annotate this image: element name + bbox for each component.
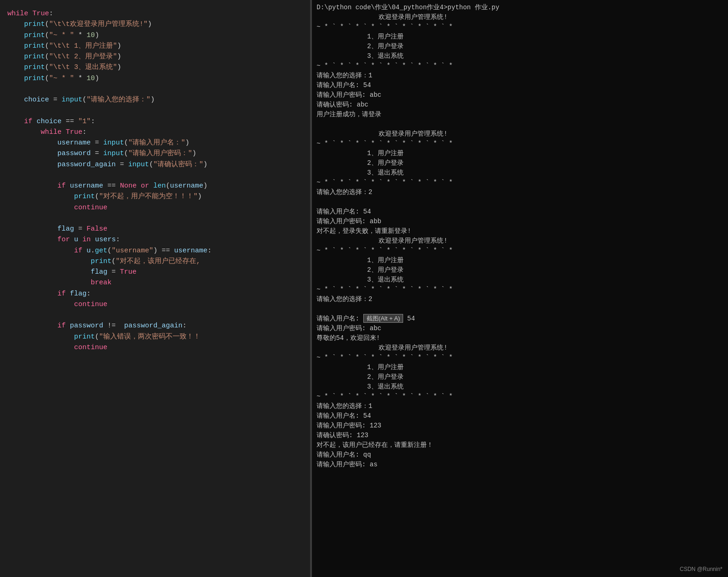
terminal-output: 2、用户登录 <box>317 42 723 51</box>
terminal-output: ~ * ` * ` * ` * ` * ` * ` * ` * ` * <box>317 139 723 149</box>
terminal-blank <box>317 304 723 314</box>
terminal-output: 请输入您的选择：1 <box>317 71 723 81</box>
code-content: while True: print("\t\t欢迎登录用户管理系统!") pri… <box>0 5 310 357</box>
terminal-output: ~ * ` * ` * ` * ` * ` * ` * ` * ` * <box>317 178 723 188</box>
terminal-output: 3、退出系统 <box>317 382 723 392</box>
terminal-output: 请输入用户名: 54 <box>317 207 723 217</box>
screenshot-tooltip: 截图(Alt + A) <box>363 314 404 323</box>
terminal-output: 请输入您的选择：2 <box>317 188 723 197</box>
terminal-output: 请输入用户名: 截图(Alt + A) 54 <box>317 314 415 324</box>
terminal-output: 请输入用户名: 54 <box>317 81 723 90</box>
code-editor: while True: print("\t\t欢迎登录用户管理系统!") pri… <box>0 0 310 577</box>
terminal-output: ~ * ` * ` * ` * ` * ` * ` * ` * ` * <box>317 22 723 32</box>
terminal-output: 1、用户注册 <box>317 363 723 372</box>
terminal-output: 请输入用户密码: abb <box>317 217 723 226</box>
terminal-output: 请输入用户名: qq <box>317 450 723 460</box>
terminal-title: D:\python code\作业\04_python作业4>python 作业… <box>317 3 723 13</box>
terminal-output: 欢迎登录用户管理系统! <box>317 129 723 139</box>
terminal-output: 用户注册成功，请登录 <box>317 110 723 119</box>
terminal-output: 2、用户登录 <box>317 372 723 382</box>
terminal-output: 1、用户注册 <box>317 149 723 158</box>
terminal-output: 欢迎登录用户管理系统! <box>317 13 723 22</box>
terminal-output: 3、退出系统 <box>317 51 723 61</box>
terminal-output: 欢迎登录用户管理系统! <box>317 236 723 246</box>
terminal-panel: D:\python code\作业\04_python作业4>python 作业… <box>312 0 728 577</box>
terminal-output: 请确认密码: abc <box>317 100 723 110</box>
terminal-output: 1、用户注册 <box>317 32 723 42</box>
terminal-output: 对不起，登录失败，请重新登录! <box>317 226 723 236</box>
terminal-output: 请输入用户密码: as <box>317 460 723 470</box>
terminal-output: ~ * ` * ` * ` * ` * ` * ` * ` * ` * <box>317 353 723 363</box>
terminal-output: 请输入用户密码: abc <box>317 90 723 100</box>
terminal-output: ~ * ` * ` * ` * ` * ` * ` * ` * ` * <box>317 61 723 71</box>
terminal-output: 3、退出系统 <box>317 275 723 285</box>
terminal-blank <box>317 197 723 207</box>
terminal-blank <box>317 119 723 129</box>
terminal-output: ~ * ` * ` * ` * ` * ` * ` * ` * ` * <box>317 285 723 295</box>
terminal-output: 1、用户注册 <box>317 256 723 265</box>
terminal-output: 尊敬的54，欢迎回来! <box>317 333 723 343</box>
terminal-output: 请确认密码: 123 <box>317 431 723 440</box>
terminal-output: ~ * ` * ` * ` * ` * ` * ` * ` * ` * <box>317 392 723 401</box>
terminal-output: 请输入用户名: 54 <box>317 411 723 421</box>
terminal-output: 请输入用户密码: 123 <box>317 421 723 431</box>
terminal-output: 请输入用户密码: abc <box>317 324 723 333</box>
terminal-output: 2、用户登录 <box>317 158 723 168</box>
terminal-output: 3、退出系统 <box>317 168 723 178</box>
terminal-output: 2、用户登录 <box>317 265 723 275</box>
terminal-output: 请输入您的选择：2 <box>317 295 723 304</box>
terminal-output: 对不起，该用户已经存在，请重新注册！ <box>317 440 723 450</box>
terminal-output: 请输入您的选择：1 <box>317 401 723 411</box>
terminal-output: ~ * ` * ` * ` * ` * ` * ` * ` * ` * <box>317 246 723 256</box>
terminal-output: 欢迎登录用户管理系统! <box>317 343 723 353</box>
watermark: CSDN @Runnin* <box>680 565 722 573</box>
